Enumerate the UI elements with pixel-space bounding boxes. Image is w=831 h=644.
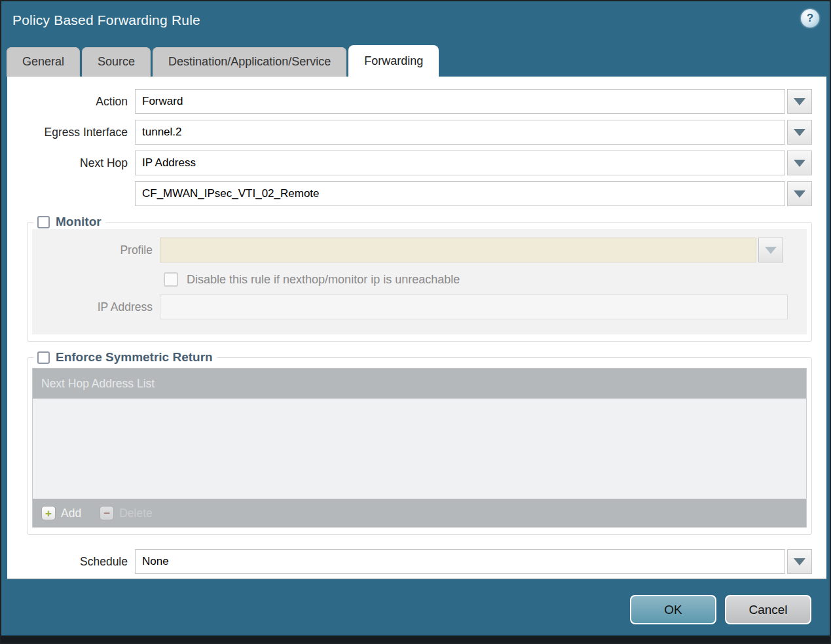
disable-rule-row: Disable this rule if nexthop/monitor ip … <box>164 272 807 287</box>
help-icon[interactable]: ? <box>801 9 819 27</box>
schedule-dropdown-button[interactable] <box>787 549 812 574</box>
enforce-symmetric-return-title: Enforce Symmetric Return <box>56 350 213 365</box>
enforce-symmetric-return-section: Enforce Symmetric Return Next Hop Addres… <box>27 350 812 535</box>
dialog-titlebar: Policy Based Forwarding Rule ? <box>1 1 830 42</box>
enforce-symmetric-return-checkbox[interactable] <box>37 351 50 364</box>
delete-button-label: Delete <box>119 507 153 520</box>
chevron-down-icon <box>794 98 805 105</box>
monitor-ip-address-label: IP Address <box>32 300 160 314</box>
next-hop-address-list-body[interactable] <box>33 399 806 499</box>
add-icon: + <box>41 506 56 520</box>
monitor-body: Profile Disable this rule if nexthop/mon… <box>32 229 807 334</box>
tab-bar: General Source Destination/Application/S… <box>7 45 439 77</box>
forwarding-tab-panel: Action Egress Interface Next Hop <box>7 77 826 579</box>
action-row: Action <box>7 89 812 114</box>
monitor-title: Monitor <box>56 215 102 229</box>
action-label: Action <box>7 95 135 109</box>
chevron-down-icon <box>794 129 805 136</box>
policy-based-forwarding-dialog: Policy Based Forwarding Rule ? General S… <box>0 0 831 644</box>
egress-interface-dropdown-button[interactable] <box>787 120 812 145</box>
next-hop-type-input[interactable] <box>135 151 785 175</box>
next-hop-row: Next Hop <box>7 151 812 175</box>
next-hop-label: Next Hop <box>7 156 135 170</box>
next-hop-address-list-table: Next Hop Address List + Add − Delete <box>32 368 807 528</box>
schedule-row: Schedule <box>7 549 812 574</box>
chevron-down-icon <box>794 160 805 167</box>
cancel-button[interactable]: Cancel <box>725 595 811 624</box>
profile-input[interactable] <box>160 238 756 262</box>
dialog-footer: OK Cancel <box>630 595 811 624</box>
action-input[interactable] <box>135 89 785 114</box>
next-hop-address-row <box>7 181 812 206</box>
profile-row: Profile <box>32 238 783 262</box>
schedule-input[interactable] <box>135 549 785 574</box>
chevron-down-icon <box>794 190 805 198</box>
next-hop-type-dropdown-button[interactable] <box>787 151 812 175</box>
egress-interface-row: Egress Interface <box>7 120 812 145</box>
chevron-down-icon <box>765 247 777 254</box>
action-dropdown-button[interactable] <box>787 89 812 114</box>
next-hop-address-dropdown-button[interactable] <box>787 181 812 206</box>
monitor-checkbox[interactable] <box>37 216 50 228</box>
enforce-symmetric-return-legend: Enforce Symmetric Return <box>33 350 217 365</box>
add-button[interactable]: + Add <box>41 506 81 520</box>
dialog-title: Policy Based Forwarding Rule <box>12 12 200 28</box>
window-bottom-edge <box>1 635 830 643</box>
chevron-down-icon <box>794 558 805 565</box>
delete-button[interactable]: − Delete <box>100 506 153 520</box>
next-hop-address-list-header: Next Hop Address List <box>33 368 806 399</box>
profile-dropdown-button[interactable] <box>758 238 783 262</box>
add-button-label: Add <box>61 507 81 520</box>
egress-interface-label: Egress Interface <box>7 126 135 139</box>
tab-general[interactable]: General <box>7 47 80 77</box>
schedule-label: Schedule <box>7 555 135 569</box>
tab-forwarding[interactable]: Forwarding <box>348 45 439 77</box>
monitor-section: Monitor Profile Disable this rule if nex… <box>27 215 812 342</box>
next-hop-address-list-toolbar: + Add − Delete <box>33 499 806 528</box>
disable-rule-label: Disable this rule if nexthop/monitor ip … <box>187 273 460 287</box>
help-icon-glyph: ? <box>807 12 813 25</box>
delete-icon: − <box>100 506 114 520</box>
next-hop-address-input[interactable] <box>135 181 785 206</box>
monitor-ip-address-row: IP Address <box>32 295 788 319</box>
profile-label: Profile <box>32 243 160 257</box>
egress-interface-input[interactable] <box>135 120 785 145</box>
monitor-legend: Monitor <box>33 215 105 229</box>
monitor-ip-address-input[interactable] <box>160 295 788 319</box>
tab-destination-application-service[interactable]: Destination/Application/Service <box>153 47 346 77</box>
ok-button[interactable]: OK <box>630 595 716 624</box>
disable-rule-checkbox[interactable] <box>164 272 178 287</box>
tab-source[interactable]: Source <box>82 47 151 77</box>
